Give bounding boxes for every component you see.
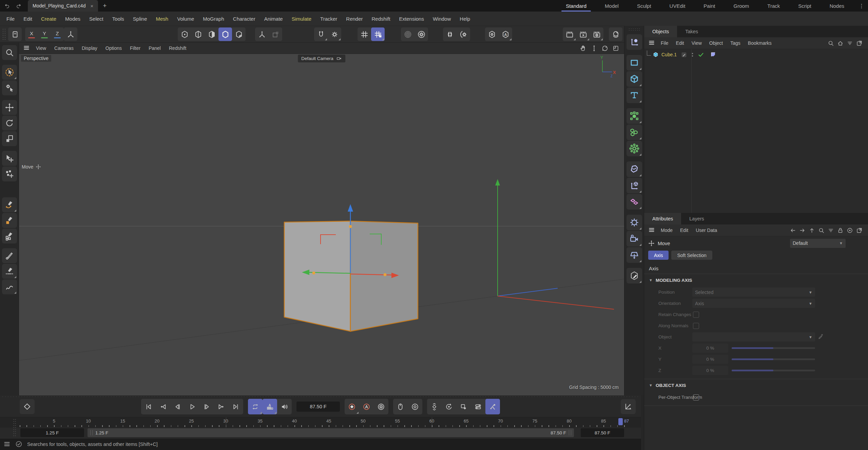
undo-button[interactable] xyxy=(3,1,12,10)
points-mode-button[interactable] xyxy=(178,27,191,41)
menu-item-standard[interactable]: Standard xyxy=(557,0,596,12)
loop-playback-button[interactable] xyxy=(248,399,263,414)
menu-item-layers[interactable]: Layers xyxy=(681,213,712,224)
rotate-view-button[interactable] xyxy=(600,44,609,53)
render-settings-button[interactable] xyxy=(590,27,603,41)
record-keyframe-button[interactable] xyxy=(345,399,359,414)
popout-button[interactable] xyxy=(855,39,863,47)
menu-item-help[interactable]: Help xyxy=(455,16,475,22)
playhead[interactable] xyxy=(618,418,623,425)
edges-mode-button[interactable] xyxy=(191,27,205,41)
model-mode-button[interactable] xyxy=(218,27,232,41)
menu-item-cameras[interactable]: Cameras xyxy=(50,45,78,51)
redshift-renderview-button[interactable] xyxy=(609,27,622,41)
spline-rectangle-button[interactable] xyxy=(626,55,642,71)
sketch-spline-button[interactable] xyxy=(2,279,17,294)
redo-button[interactable] xyxy=(14,1,23,10)
menu-item-takes[interactable]: Takes xyxy=(677,26,706,37)
preset-dropdown[interactable]: Default▼ xyxy=(790,239,846,248)
home-button[interactable] xyxy=(836,39,844,47)
multi-move-button[interactable] xyxy=(2,167,17,181)
group-header-modeling-axis[interactable]: ▼MODELING AXIS xyxy=(644,274,868,287)
menu-item-tools[interactable]: Tools xyxy=(108,16,129,22)
range-slider-right-handle[interactable] xyxy=(569,430,571,435)
menu-item-object[interactable]: Object xyxy=(706,40,727,46)
attributes-hamburger-icon[interactable] xyxy=(648,227,656,234)
texture-mode-button[interactable] xyxy=(232,27,246,41)
eyedropper-icon[interactable] xyxy=(818,334,825,340)
object-name[interactable]: Cube.1 xyxy=(661,52,677,57)
toolbar-grip[interactable] xyxy=(2,28,7,40)
spline-pen-button[interactable] xyxy=(2,197,17,212)
tweak-selection-button[interactable] xyxy=(2,80,17,95)
menu-item-options[interactable]: Options xyxy=(101,45,126,51)
goto-next-key-button[interactable] xyxy=(214,399,229,414)
search-commander-button[interactable] xyxy=(2,45,17,60)
symmetry-settings-button[interactable] xyxy=(457,27,470,41)
primitive-spline-button[interactable] xyxy=(2,229,17,243)
search-button[interactable] xyxy=(817,226,825,234)
range-slider-left-handle[interactable] xyxy=(90,430,93,435)
menu-item-paint[interactable]: Paint xyxy=(694,0,724,12)
stage-button[interactable] xyxy=(626,247,642,263)
menu-item-view[interactable]: View xyxy=(688,40,706,46)
menu-item-panel[interactable]: Panel xyxy=(144,45,165,51)
menu-item-select[interactable]: Select xyxy=(85,16,108,22)
target-mode-button[interactable] xyxy=(485,27,499,41)
enabled-check-icon[interactable] xyxy=(697,51,704,58)
workspace-menu-icon[interactable]: ⋮ xyxy=(855,3,868,9)
current-frame-field[interactable]: 87.50 F xyxy=(296,402,340,412)
menu-item-sculpt[interactable]: Sculpt xyxy=(628,0,660,12)
falloff-settings-button[interactable] xyxy=(414,27,428,41)
menu-item-uvedit[interactable]: UVEdit xyxy=(660,0,695,12)
timeline-splitter-grip[interactable] xyxy=(1,396,640,397)
rotate-tool-button[interactable] xyxy=(2,116,17,131)
menu-item-volume[interactable]: Volume xyxy=(173,16,198,22)
polygons-mode-button[interactable] xyxy=(205,27,218,41)
y-slider[interactable] xyxy=(732,355,815,364)
deformer-button[interactable] xyxy=(626,161,642,177)
goto-prev-key-button[interactable] xyxy=(156,399,170,414)
menu-item-file[interactable]: File xyxy=(657,40,672,46)
fcurve-button[interactable] xyxy=(621,399,636,414)
object-link-field[interactable]: ▼ xyxy=(692,332,815,341)
forward-button[interactable] xyxy=(798,226,806,234)
back-button[interactable] xyxy=(789,226,797,234)
filter-button[interactable] xyxy=(827,226,835,234)
quantize-lock-button[interactable] xyxy=(371,27,385,41)
simulation-button[interactable] xyxy=(626,141,642,156)
lock-button[interactable] xyxy=(836,226,844,234)
spline-arc-button[interactable] xyxy=(2,264,17,279)
edit-toggle-icon[interactable] xyxy=(680,51,687,58)
menu-item-spline[interactable]: Spline xyxy=(129,16,152,22)
menu-item-edit[interactable]: Edit xyxy=(19,16,37,22)
menu-item-create[interactable]: Create xyxy=(37,16,61,22)
cloner-button[interactable] xyxy=(626,108,642,124)
command-box-button[interactable] xyxy=(8,27,22,41)
auto-mode-button[interactable]: A xyxy=(499,27,512,41)
move-tool-button[interactable] xyxy=(2,100,17,115)
axis-lock-z-button[interactable]: Z xyxy=(51,27,64,41)
z-slider[interactable] xyxy=(732,366,815,375)
palette-grip[interactable] xyxy=(628,28,640,31)
visibility-dots-icon[interactable] xyxy=(689,51,696,58)
menu-item-character[interactable]: Character xyxy=(229,16,260,22)
menu-item-mode[interactable]: Mode xyxy=(657,228,676,233)
rectangle-spline-button[interactable] xyxy=(2,213,17,228)
document-tab[interactable]: Model_Playing_Card.c4d × xyxy=(28,0,98,12)
gizmo-arrow-up[interactable] xyxy=(348,204,353,212)
menu-item-bookmarks[interactable]: Bookmarks xyxy=(744,40,775,46)
per-object-transform-checkbox[interactable] xyxy=(693,394,699,400)
record-mouse-button[interactable] xyxy=(393,399,408,414)
menu-item-redshift[interactable]: Redshift xyxy=(165,45,190,51)
gizmo-handle-dot-right[interactable] xyxy=(384,273,387,276)
phong-tag-icon[interactable] xyxy=(710,51,717,58)
scale-tool-button[interactable] xyxy=(2,131,17,146)
range-slider[interactable]: 1.25 F 87.50 F xyxy=(88,428,574,437)
quantize-button[interactable] xyxy=(358,27,371,41)
dolly-view-button[interactable] xyxy=(590,44,598,53)
gizmo-handle-dot-up[interactable] xyxy=(349,225,352,228)
motext-button[interactable] xyxy=(626,87,642,103)
sound-button[interactable] xyxy=(277,399,292,414)
menu-item-track[interactable]: Track xyxy=(758,0,789,12)
